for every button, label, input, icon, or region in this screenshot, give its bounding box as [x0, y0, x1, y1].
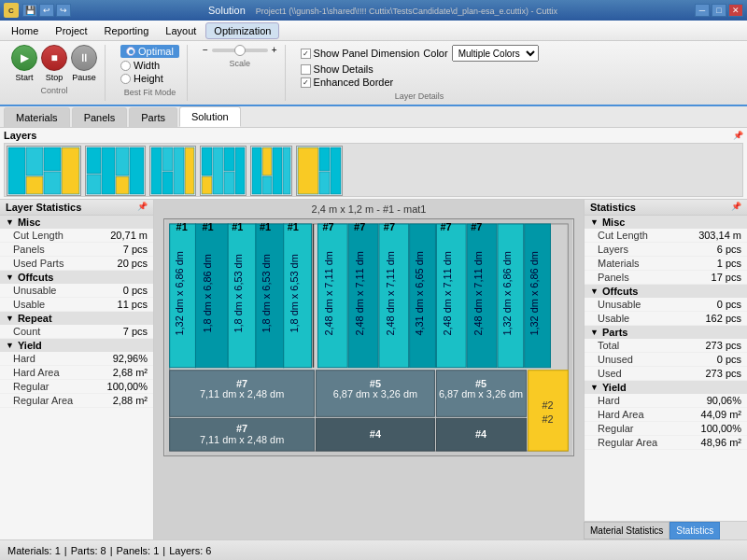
svg-text:#4: #4 — [475, 428, 486, 440]
scale-thumb[interactable] — [234, 45, 246, 56]
menu-optimization[interactable]: Optimization — [205, 22, 279, 39]
left-usable-label: Usable — [13, 299, 45, 310]
layer-thumb-6[interactable] — [296, 146, 343, 196]
layer-thumb-4[interactable] — [200, 146, 247, 196]
layer-thumb-3[interactable] — [149, 146, 196, 196]
right-misc-label: Misc — [602, 217, 625, 228]
left-stat-usedparts: Used Parts 20 pcs — [0, 257, 153, 271]
status-bar: Materials: 1 | Parts: 8 | Panels: 1 | La… — [0, 539, 747, 560]
canvas-area[interactable]: 2,4 m x 1,2 m - #1 - mat1 1,32 dm x 6,86… — [154, 200, 584, 559]
status-materials: Materials: 1 — [7, 545, 61, 556]
tab-parts[interactable]: Parts — [129, 107, 177, 127]
full-title: Project1 (\\gunsh-1\shared\!!!! Cuttix\T… — [256, 7, 557, 16]
svg-rect-32 — [283, 147, 290, 194]
svg-text:#1: #1 — [232, 221, 243, 232]
menu-bar: Home Project Reporting Layout Optimizati… — [0, 21, 747, 41]
right-hardarea-value: 44,09 m² — [701, 409, 741, 420]
left-offcuts-header[interactable]: ▼ Offcuts — [0, 271, 153, 284]
width-radio-label: Width — [134, 60, 160, 71]
layer-thumb-1[interactable] — [7, 146, 81, 196]
close-btn[interactable]: ✕ — [728, 4, 743, 17]
svg-text:1,8 dm x 6,86 dm: 1,8 dm x 6,86 dm — [202, 254, 213, 332]
svg-text:7,11 dm x 2,48 dm: 7,11 dm x 2,48 dm — [200, 388, 284, 399]
layer-thumb-2[interactable] — [85, 146, 146, 196]
optimal-radio[interactable]: Optimal — [120, 45, 179, 58]
svg-rect-30 — [262, 176, 272, 194]
svg-text:#7: #7 — [384, 221, 395, 232]
show-panel-dimension-checkbox[interactable]: Show Panel Dimension — [301, 48, 420, 59]
layers-header: Layers 📌 — [4, 130, 743, 141]
status-separator-3: | — [162, 545, 165, 556]
right-regulararea-value: 48,96 m² — [701, 437, 741, 448]
fitmode-group-label: Best Fit Mode — [124, 88, 176, 97]
app-logo: C — [4, 3, 19, 18]
svg-rect-22 — [202, 176, 212, 194]
layers-label: Layers — [4, 130, 36, 141]
svg-text:#1: #1 — [260, 221, 271, 232]
menu-reporting[interactable]: Reporting — [97, 23, 157, 38]
stop-button[interactable]: ■ — [41, 45, 67, 71]
svg-text:#1: #1 — [288, 221, 299, 232]
svg-rect-6 — [62, 147, 79, 194]
right-parts-header[interactable]: ▼ Parts — [585, 326, 747, 339]
tab-solution[interactable]: Solution — [179, 106, 241, 127]
svg-text:1,32 dm x 6,86 dm: 1,32 dm x 6,86 dm — [501, 251, 513, 335]
height-radio[interactable]: Height — [120, 73, 179, 84]
right-yield-header[interactable]: ▼ Yield — [585, 381, 747, 394]
menu-home[interactable]: Home — [4, 23, 46, 38]
pin-icon[interactable]: 📌 — [733, 131, 743, 140]
quick-redo-btn[interactable]: ↪ — [56, 4, 71, 17]
left-regulararea-value: 2,88 m² — [113, 395, 148, 406]
svg-rect-18 — [174, 147, 184, 194]
right-misc-header[interactable]: ▼ Misc — [585, 216, 747, 229]
svg-rect-4 — [44, 147, 61, 171]
right-total-value: 273 pcs — [705, 340, 741, 351]
right-stat-hard: Hard 90,06% — [585, 394, 747, 408]
canvas-title: 2,4 m x 1,2 m - #1 - mat1 — [312, 203, 427, 215]
show-details-checkbox[interactable]: Show Details — [301, 63, 539, 75]
quick-undo-btn[interactable]: ↩ — [39, 4, 54, 17]
start-button[interactable]: ▶ — [11, 45, 37, 71]
left-stat-usable: Usable 11 pcs — [0, 298, 153, 312]
maximize-btn[interactable]: □ — [712, 4, 726, 17]
width-radio[interactable]: Width — [120, 60, 179, 71]
svg-text:#2: #2 — [542, 413, 553, 425]
color-select[interactable]: Multiple Colors — [452, 45, 539, 62]
left-stat-cutlength: Cut Length 20,71 m — [0, 229, 153, 243]
material-statistics-tab[interactable]: Material Statistics — [584, 522, 669, 539]
svg-rect-11 — [116, 147, 129, 175]
quick-save-btn[interactable]: 💾 — [22, 4, 37, 17]
status-panels: Panels: 1 — [116, 545, 159, 556]
menu-project[interactable]: Project — [48, 23, 94, 38]
layers-scroll[interactable] — [4, 143, 743, 197]
right-offcuts-header[interactable]: ▼ Offcuts — [585, 285, 747, 298]
right-stats-pin[interactable]: 📌 — [731, 202, 741, 213]
svg-rect-13 — [130, 147, 144, 194]
left-stats-header: Layer Statistics 📌 — [0, 200, 153, 216]
tab-materials[interactable]: Materials — [4, 107, 70, 127]
left-yield-header[interactable]: ▼ Yield — [0, 339, 153, 352]
left-cutlength-label: Cut Length — [13, 230, 63, 241]
left-misc-label: Misc — [18, 217, 40, 228]
right-stat-regular: Regular 100,00% — [585, 422, 747, 436]
right-parts-label: Parts — [602, 327, 628, 338]
left-repeat-header[interactable]: ▼ Repeat — [0, 312, 153, 325]
status-info: Materials: 1 | Parts: 8 | Panels: 1 | La… — [7, 545, 211, 556]
statistics-tab[interactable]: Statistics — [669, 522, 720, 539]
svg-text:#2: #2 — [542, 399, 553, 411]
right-hard-value: 90,06% — [707, 395, 741, 406]
right-stat-hardarea: Hard Area 44,09 m² — [585, 408, 747, 422]
enhanced-border-checkbox[interactable]: Enhanced Border — [301, 77, 539, 88]
svg-rect-31 — [273, 147, 282, 194]
left-misc-header[interactable]: ▼ Misc — [0, 216, 153, 229]
layer-thumb-5[interactable] — [250, 146, 292, 196]
left-stats-pin[interactable]: 📌 — [137, 202, 148, 213]
pause-button[interactable]: ⏸ — [71, 45, 97, 71]
menu-layout[interactable]: Layout — [158, 23, 204, 38]
left-stats-panel: Layer Statistics 📌 ▼ Misc Cut Length 20,… — [0, 200, 154, 559]
left-hard-label: Hard — [13, 353, 35, 364]
right-stats-header: Statistics 📌 — [585, 200, 747, 216]
minimize-btn[interactable]: ─ — [695, 4, 710, 17]
tab-panels[interactable]: Panels — [72, 107, 128, 127]
left-count-label: Count — [13, 326, 40, 337]
